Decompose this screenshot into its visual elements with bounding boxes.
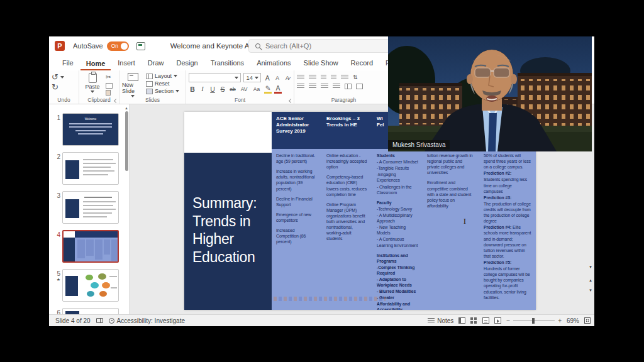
- previous-slide-icon[interactable]: ▴: [587, 278, 594, 283]
- menu-tab-file[interactable]: File: [57, 57, 79, 70]
- reading-view-button[interactable]: [482, 317, 489, 324]
- underline-button[interactable]: U: [209, 85, 216, 93]
- slide-text-paragraph: -Engaging Experiences: [377, 172, 418, 183]
- thumbnail-scrollbar-thumb[interactable]: [125, 111, 128, 171]
- copy-icon[interactable]: [106, 83, 113, 89]
- justify-icon[interactable]: [333, 84, 340, 89]
- cut-icon[interactable]: ✂: [106, 73, 113, 82]
- zoom-slider[interactable]: − +: [506, 317, 562, 324]
- slide-text-paragraph: Students: [377, 153, 418, 158]
- normal-view-button[interactable]: [458, 317, 465, 324]
- thumbnail-scrollbar[interactable]: ▲: [125, 106, 128, 314]
- ribbon-group-font: 14 A A A̷ B I U S ab AV Aa ✎ A Font: [186, 70, 294, 104]
- layout-button[interactable]: Layout: [146, 73, 179, 79]
- slideshow-button[interactable]: [494, 317, 501, 324]
- text-direction-icon[interactable]: ⇅: [353, 73, 358, 82]
- notes-icon: [428, 318, 435, 323]
- format-painter-icon[interactable]: [106, 90, 111, 96]
- thumbnail-slide-5[interactable]: 5 ★: [52, 269, 119, 302]
- font-color-button[interactable]: A: [274, 84, 282, 94]
- bullets-icon[interactable]: [297, 75, 304, 80]
- menu-tab-transitions[interactable]: Transitions: [205, 57, 250, 70]
- new-slide-button[interactable]: New Slide: [122, 73, 143, 97]
- undo-icon[interactable]: ↺: [52, 73, 58, 82]
- slide-number: 4: [52, 230, 60, 263]
- redo-icon[interactable]: ↻: [52, 83, 76, 92]
- slide-text-paragraph: Online Program Manager (OPM) organizatio…: [326, 202, 368, 242]
- menu-tab-draw[interactable]: Draw: [142, 57, 170, 70]
- slide-indicator[interactable]: Slide 4 of 20: [55, 317, 91, 324]
- decrease-indent-icon[interactable]: [321, 75, 326, 80]
- align-left-icon[interactable]: [297, 84, 304, 89]
- slide-title-panel: Summary: Trends in Higher Education: [184, 112, 272, 310]
- zoom-in-icon[interactable]: +: [558, 317, 562, 324]
- autosave-toggle[interactable]: On: [107, 41, 129, 51]
- numbering-icon[interactable]: [309, 75, 316, 80]
- thumbnail-slide-1[interactable]: 1 Welcome: [52, 113, 119, 146]
- bold-button[interactable]: B: [189, 85, 196, 93]
- zoom-level[interactable]: 69%: [567, 317, 579, 324]
- clear-formatting-button[interactable]: A̷: [284, 75, 291, 81]
- virtual-background-campus: [388, 36, 592, 151]
- notes-button[interactable]: Notes: [428, 317, 453, 324]
- powerpoint-icon[interactable]: P: [55, 41, 65, 51]
- increase-indent-icon[interactable]: [331, 75, 336, 80]
- slide-text-paragraph: -Tangible Results: [377, 165, 418, 171]
- layout-icon: [146, 74, 153, 79]
- paste-dropdown-icon: [91, 90, 94, 93]
- section-button[interactable]: Section: [146, 88, 179, 94]
- reset-button[interactable]: Reset: [146, 80, 179, 87]
- slide-number: 1: [52, 113, 60, 146]
- align-right-icon[interactable]: [321, 84, 328, 89]
- accessibility-checker[interactable]: Accessibility: Investigate: [109, 317, 185, 324]
- thumbnail-slide-4-selected[interactable]: 4: [52, 230, 119, 263]
- column-body: Decline in traditional-age (59 percent)I…: [272, 149, 322, 310]
- fit-slide-to-window-icon[interactable]: [584, 317, 591, 324]
- italic-button[interactable]: I: [199, 85, 206, 92]
- change-case-button[interactable]: Aa: [252, 86, 262, 92]
- menu-tab-home[interactable]: Home: [80, 57, 111, 71]
- text-shadow-button[interactable]: ab: [229, 86, 236, 92]
- section-dropdown-icon: [175, 90, 179, 92]
- menu-tab-design[interactable]: Design: [170, 57, 203, 70]
- reset-label: Reset: [155, 80, 170, 87]
- next-slide-icon[interactable]: ▾: [587, 288, 594, 293]
- paste-button[interactable]: Paste: [82, 73, 103, 93]
- search-box[interactable]: Search (Alt+Q): [248, 39, 391, 53]
- column-body: Online education - increasingly accepted…: [322, 149, 372, 310]
- thumbnail-slide-3[interactable]: 3: [52, 191, 119, 224]
- menu-tab-slide-show[interactable]: Slide Show: [298, 57, 344, 70]
- slide-text-paragraph: - A Consumer Mindset: [377, 159, 418, 165]
- font-size-select[interactable]: 14: [243, 73, 261, 82]
- paste-icon: [89, 73, 97, 83]
- scroll-down-icon[interactable]: ▾: [587, 265, 594, 270]
- ribbon-group-paragraph: ⇅ Paragraph: [294, 70, 394, 104]
- line-spacing-icon[interactable]: [341, 75, 348, 80]
- undo-dropdown-icon[interactable]: [60, 76, 64, 79]
- slide-thumbnail-panel: 1 Welcome 2 3: [49, 104, 130, 314]
- columns-icon[interactable]: [345, 84, 352, 89]
- character-spacing-button[interactable]: AV: [239, 86, 249, 92]
- menu-tab-record[interactable]: Record: [345, 57, 379, 70]
- animation-star-icon: ★: [52, 277, 60, 282]
- font-name-select[interactable]: [189, 73, 241, 82]
- strikethrough-button[interactable]: S: [219, 85, 226, 93]
- align-center-icon[interactable]: [309, 84, 316, 89]
- grow-font-button[interactable]: A: [264, 74, 271, 82]
- column-header: Brookings – 3 Trends in HE: [322, 112, 372, 149]
- zoom-slider-thumb[interactable]: [532, 318, 535, 324]
- display-settings-icon[interactable]: [96, 318, 103, 323]
- slide-sorter-view-button[interactable]: [470, 317, 477, 324]
- webcam-video-tile[interactable]: Mukesh Srivastava: [388, 36, 592, 151]
- zoom-out-icon[interactable]: −: [506, 317, 510, 324]
- save-sync-icon[interactable]: [136, 42, 145, 50]
- menu-tab-insert[interactable]: Insert: [112, 57, 141, 70]
- thumbnail-slide-2[interactable]: 2: [52, 152, 119, 185]
- shrink-font-button[interactable]: A: [274, 75, 281, 81]
- align-text-icon[interactable]: [356, 84, 363, 89]
- thumbnail-slide-6[interactable]: 6: [52, 308, 119, 314]
- thumb-title: Welcome: [63, 114, 118, 121]
- menu-tab-animations[interactable]: Animations: [251, 57, 296, 70]
- highlight-color-button[interactable]: ✎: [264, 84, 272, 94]
- ribbon-group-slides: New Slide Layout Reset Section Slides: [119, 70, 186, 104]
